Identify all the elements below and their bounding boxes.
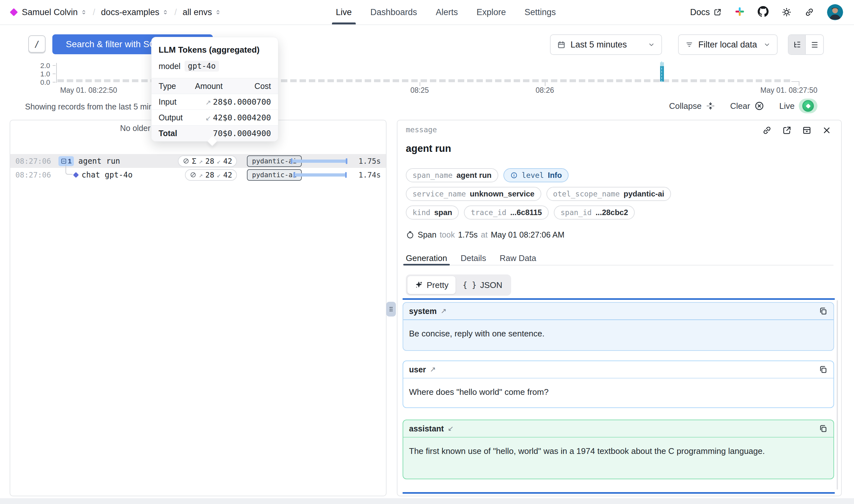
- filter-label: Filter local data: [698, 40, 757, 50]
- live-toggle[interactable]: Live: [779, 98, 817, 113]
- input-arrow-icon: ↗: [430, 365, 436, 374]
- org-selector[interactable]: Samuel Colvin: [22, 7, 87, 17]
- theme-sun-icon[interactable]: [781, 7, 792, 17]
- tab-live[interactable]: Live: [336, 0, 352, 24]
- breadcrumb: Samuel Colvin / docs-examples / all envs: [10, 0, 221, 24]
- pill-service-name[interactable]: service_name unknown_service: [406, 187, 541, 201]
- list-view-button[interactable]: [806, 35, 823, 54]
- x-axis-end-tick: [799, 81, 799, 86]
- bar-cap: [660, 62, 664, 66]
- copy-icon[interactable]: [819, 424, 828, 433]
- tab-generation[interactable]: Generation: [406, 251, 447, 265]
- square-minus-icon: [61, 158, 67, 164]
- permalink-icon[interactable]: [762, 126, 772, 135]
- tree-view-button[interactable]: [788, 35, 806, 54]
- pill-span-name[interactable]: span_name agent run: [406, 168, 498, 182]
- tree-connector: [66, 164, 73, 175]
- record-kind-label: message: [406, 126, 437, 134]
- project-selector[interactable]: docs-examples: [101, 7, 169, 17]
- tab-explore[interactable]: Explore: [476, 0, 506, 24]
- message-card-user: user ↗ Where does "hello world" come fro…: [403, 360, 834, 408]
- tab-raw-data[interactable]: Raw Data: [499, 251, 536, 265]
- x-tick-label: 08:26: [529, 86, 561, 95]
- table-row-input: Input ↗28 $0.0000700: [151, 94, 278, 110]
- bottom-strip: [0, 498, 854, 504]
- share-link-icon[interactable]: [804, 7, 814, 17]
- scroll-boundary-bottom: [403, 492, 835, 494]
- duration-bar: [291, 158, 347, 164]
- pretty-toggle-button[interactable]: Pretty: [407, 276, 456, 294]
- detail-actions: [762, 126, 832, 135]
- panel-scrollbar[interactable]: [837, 300, 838, 489]
- env-selector[interactable]: all envs: [183, 7, 221, 17]
- copy-icon[interactable]: [819, 365, 828, 374]
- attribute-pills-row: kind span trace_id ...6c8115 span_id ...…: [406, 205, 635, 220]
- detail-tabs: Generation Details Raw Data: [406, 251, 833, 266]
- pill-trace-id[interactable]: trace_id ...6c8115: [464, 205, 549, 220]
- y-tick-label: 0.0: [28, 78, 50, 87]
- bar-body: [660, 66, 664, 82]
- sigma-icon: Σ: [192, 157, 197, 165]
- render-mode-toggle: Pretty { } JSON: [406, 274, 511, 296]
- close-icon[interactable]: [822, 126, 832, 135]
- message-role: system: [409, 307, 437, 316]
- tab-details[interactable]: Details: [461, 251, 486, 265]
- collapse-button[interactable]: Collapse: [669, 101, 715, 111]
- chevron-updown-icon: [80, 9, 87, 16]
- pill-level[interactable]: level Info: [504, 168, 568, 182]
- trace-row-chat-gpt4o[interactable]: 08:27:06 chat gpt-4o ↗28 ↙42 pydantic-ai…: [10, 168, 386, 182]
- span-name: chat gpt-4o: [81, 170, 132, 179]
- top-bar: Samuel Colvin / docs-examples / all envs…: [0, 0, 854, 25]
- time-range-select[interactable]: Last 5 minutes: [550, 34, 662, 55]
- json-toggle-button[interactable]: { } JSON: [456, 276, 509, 294]
- tab-settings[interactable]: Settings: [525, 0, 556, 24]
- tag-icon: [183, 158, 189, 164]
- tag-icon: [190, 172, 197, 178]
- collapse-icon: [706, 101, 715, 111]
- github-icon[interactable]: [758, 6, 769, 18]
- llm-tokens-tooltip: LLM Tokens (aggregated) model gpt-4o Typ…: [151, 37, 278, 142]
- message-header: system ↗: [403, 303, 833, 320]
- main-nav: Live Dashboards Alerts Explore Settings: [336, 0, 556, 24]
- pill-otel-scope-name[interactable]: otel_scope_name pydantic-ai: [546, 187, 671, 201]
- token-usage-pill[interactable]: ↗28 ↙42: [185, 169, 237, 181]
- y-axis-tick: [53, 82, 56, 83]
- docs-link[interactable]: Docs: [690, 7, 722, 17]
- x-start-label: May 01. 08:22:50: [31, 86, 146, 95]
- message-content: The first known use of "hello, world" wa…: [403, 437, 782, 465]
- calendar-icon: [557, 40, 566, 49]
- org-name: Samuel Colvin: [22, 7, 78, 17]
- message-card-assistant: assistant ↙ The first known use of "hell…: [403, 419, 834, 479]
- env-name: all envs: [183, 7, 212, 17]
- bar-cursor-line: [661, 61, 662, 82]
- y-tick-label: 1.0: [28, 70, 50, 78]
- tab-alerts[interactable]: Alerts: [436, 0, 458, 24]
- time-range-value: Last 5 minutes: [570, 40, 627, 50]
- token-usage-pill[interactable]: Σ ↗28 ↙42: [178, 155, 237, 167]
- slack-icon[interactable]: [734, 6, 745, 18]
- attribute-pills-row: service_name unknown_service otel_scope_…: [406, 187, 671, 201]
- output-arrow-icon: ↙: [217, 171, 221, 179]
- breadcrumb-separator: /: [174, 7, 177, 17]
- pill-kind[interactable]: kind span: [406, 205, 459, 220]
- open-in-new-icon[interactable]: [782, 126, 792, 135]
- clear-button[interactable]: Clear: [730, 101, 764, 111]
- panel-resize-handle[interactable]: [386, 302, 396, 317]
- x-axis-tick: [420, 82, 420, 86]
- copy-icon[interactable]: [819, 307, 828, 316]
- stopwatch-icon: [406, 231, 415, 239]
- filter-local-data-select[interactable]: Filter local data: [678, 34, 778, 55]
- dock-bottom-icon[interactable]: [802, 126, 812, 135]
- span-duration-line: Span took 1.75s at May 01 08:27:06 AM: [406, 230, 564, 239]
- user-avatar[interactable]: [827, 4, 843, 20]
- pill-span-id[interactable]: span_id ...28cbc2: [554, 205, 635, 220]
- col-type-header: Type: [151, 78, 189, 94]
- chevron-updown-icon: [162, 9, 168, 16]
- tab-dashboards[interactable]: Dashboards: [370, 0, 417, 24]
- col-cost-header: Cost: [222, 78, 278, 94]
- chevron-down-icon: [648, 41, 655, 48]
- project-name: docs-examples: [101, 7, 160, 17]
- live-indicator-button: [799, 98, 817, 113]
- token-histogram-bar[interactable]: [660, 62, 664, 82]
- row-timestamp: 08:27:06: [15, 171, 51, 179]
